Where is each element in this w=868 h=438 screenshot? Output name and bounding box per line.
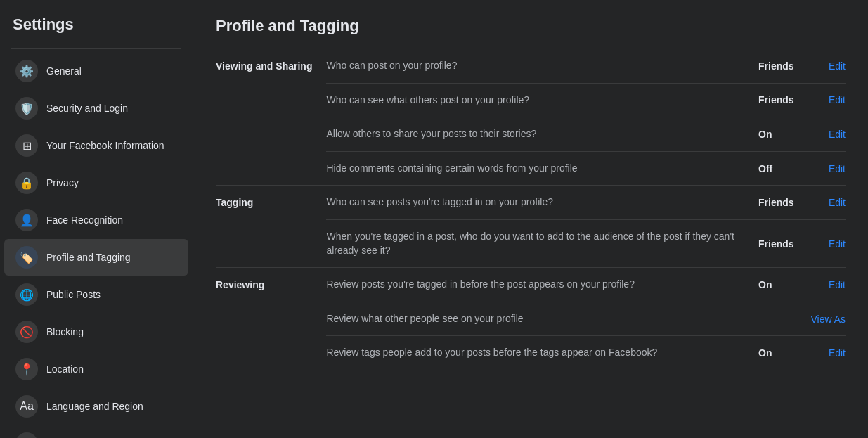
language-region-icon: Aa xyxy=(15,395,38,418)
setting-value: On xyxy=(747,129,803,140)
section-rows-viewing-sharing: Who can post on your profile?FriendsEdit… xyxy=(326,49,846,186)
sidebar-item-label-blocking: Blocking xyxy=(46,326,84,337)
sidebar-item-security-login[interactable]: 🛡️Security and Login xyxy=(4,90,188,127)
setting-description: Who can see posts you're tagged in on yo… xyxy=(326,195,747,210)
setting-row: Review posts you're tagged in before the… xyxy=(326,268,846,302)
setting-row: When you're tagged in a post, who do you… xyxy=(326,219,846,267)
setting-row: Review tags people add to your posts bef… xyxy=(326,335,846,370)
setting-description: Allow others to share your posts to thei… xyxy=(326,127,747,141)
setting-description: Review what other people see on your pro… xyxy=(326,312,743,326)
sidebar-item-general[interactable]: ⚙️General xyxy=(4,53,188,89)
sidebar-item-stories[interactable]: 📖Stories xyxy=(4,425,188,438)
section-viewing-sharing: Viewing and SharingWho can post on your … xyxy=(216,49,846,186)
section-rows-reviewing: Review posts you're tagged in before the… xyxy=(326,268,846,370)
sidebar-item-privacy[interactable]: 🔒Privacy xyxy=(4,165,188,201)
sidebar-title: Settings xyxy=(0,0,193,44)
facebook-info-icon: ⊞ xyxy=(15,134,38,157)
section-label-reviewing: Reviewing xyxy=(216,268,326,370)
sidebar-item-label-location: Location xyxy=(46,363,84,375)
privacy-icon: 🔒 xyxy=(15,172,38,194)
sidebar-item-label-face-recognition: Face Recognition xyxy=(46,214,123,226)
setting-action-edit[interactable]: Edit xyxy=(803,347,846,359)
sidebar-item-label-general: General xyxy=(46,65,82,77)
section-label-viewing-sharing: Viewing and Sharing xyxy=(216,49,326,186)
section-tagging: TaggingWho can see posts you're tagged i… xyxy=(216,186,846,268)
sidebar-item-label-facebook-info: Your Facebook Information xyxy=(46,140,164,151)
setting-value: Friends xyxy=(747,238,803,250)
sidebar-item-label-language-region: Language and Region xyxy=(46,401,143,412)
settings-tbody: Viewing and SharingWho can post on your … xyxy=(216,49,846,370)
general-icon: ⚙️ xyxy=(15,60,38,82)
sidebar-divider xyxy=(11,48,181,49)
setting-action-edit[interactable]: Edit xyxy=(803,197,846,208)
setting-value: On xyxy=(747,279,803,290)
setting-action-view-as[interactable]: View As xyxy=(799,314,846,325)
sidebar-item-face-recognition[interactable]: 👤Face Recognition xyxy=(4,202,188,238)
sidebar-item-label-profile-tagging: Profile and Tagging xyxy=(46,252,131,263)
sidebar-item-label-security-login: Security and Login xyxy=(46,103,128,114)
setting-description: When you're tagged in a post, who do you… xyxy=(326,230,747,257)
blocking-icon: 🚫 xyxy=(15,321,38,343)
setting-action-edit[interactable]: Edit xyxy=(803,60,846,72)
setting-description: Hide comments containing certain words f… xyxy=(326,162,747,176)
sidebar-item-facebook-info[interactable]: ⊞Your Facebook Information xyxy=(4,127,188,164)
sidebar-item-public-posts[interactable]: 🌐Public Posts xyxy=(4,276,188,313)
sidebar-item-blocking[interactable]: 🚫Blocking xyxy=(4,314,188,350)
setting-action-edit[interactable]: Edit xyxy=(803,238,846,250)
setting-description: Who can see what others post on your pro… xyxy=(326,94,747,108)
setting-row: Who can post on your profile?FriendsEdit xyxy=(326,49,846,83)
stories-icon: 📖 xyxy=(15,432,38,438)
sidebar-item-language-region[interactable]: AaLanguage and Region xyxy=(4,388,188,425)
sidebar: Settings ⚙️General🛡️Security and Login⊞Y… xyxy=(0,0,193,438)
setting-description: Who can post on your profile? xyxy=(326,59,747,73)
setting-value: Friends xyxy=(747,197,803,208)
main-content: Profile and Tagging Viewing and SharingW… xyxy=(193,0,868,438)
location-icon: 📍 xyxy=(15,358,38,380)
setting-value: Friends xyxy=(747,94,803,105)
sidebar-item-label-public-posts: Public Posts xyxy=(46,289,101,300)
setting-row: Who can see what others post on your pro… xyxy=(326,83,846,117)
setting-row: Hide comments containing certain words f… xyxy=(326,151,846,186)
section-label-tagging: Tagging xyxy=(216,186,326,268)
settings-table: Viewing and SharingWho can post on your … xyxy=(216,49,846,370)
setting-value: On xyxy=(747,347,803,359)
setting-description: Review tags people add to your posts bef… xyxy=(326,346,747,360)
setting-value: Friends xyxy=(747,60,803,72)
section-reviewing: ReviewingReview posts you're tagged in b… xyxy=(216,268,846,370)
security-login-icon: 🛡️ xyxy=(15,97,38,120)
setting-row: Allow others to share your posts to thei… xyxy=(326,117,846,151)
setting-action-edit[interactable]: Edit xyxy=(803,279,846,290)
setting-value: Off xyxy=(747,163,803,174)
face-recognition-icon: 👤 xyxy=(15,209,38,231)
setting-row: Who can see posts you're tagged in on yo… xyxy=(326,186,846,219)
setting-action-edit[interactable]: Edit xyxy=(803,94,846,105)
setting-description: Review posts you're tagged in before the… xyxy=(326,278,747,292)
sidebar-nav: ⚙️General🛡️Security and Login⊞Your Faceb… xyxy=(0,53,193,438)
setting-action-edit[interactable]: Edit xyxy=(803,129,846,140)
page-heading: Profile and Tagging xyxy=(216,17,846,35)
sidebar-item-location[interactable]: 📍Location xyxy=(4,351,188,387)
sidebar-item-profile-tagging[interactable]: 🏷️Profile and Tagging xyxy=(4,239,188,276)
setting-row: Review what other people see on your pro… xyxy=(326,302,846,336)
public-posts-icon: 🌐 xyxy=(15,283,38,306)
profile-tagging-icon: 🏷️ xyxy=(15,246,38,269)
section-rows-tagging: Who can see posts you're tagged in on yo… xyxy=(326,186,846,268)
sidebar-item-label-privacy: Privacy xyxy=(46,177,79,188)
setting-action-edit[interactable]: Edit xyxy=(803,163,846,174)
